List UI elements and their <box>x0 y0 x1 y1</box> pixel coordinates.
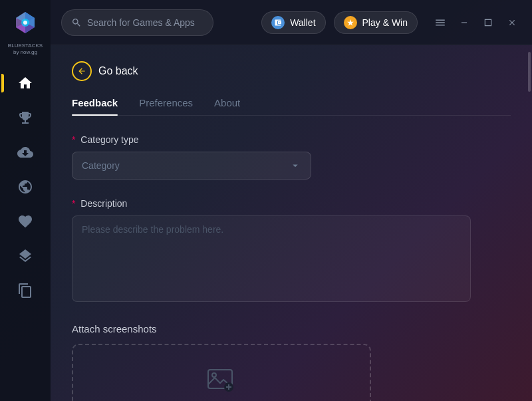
search-icon <box>71 17 82 28</box>
tab-preferences[interactable]: Preferences <box>139 97 193 115</box>
go-back-label: Go back <box>98 65 138 77</box>
tab-feedback[interactable]: Feedback <box>72 97 118 115</box>
category-type-section: * Category type Category <box>72 134 511 180</box>
layers-icon <box>17 248 33 264</box>
trophy-icon <box>17 110 33 126</box>
header: Wallet Play & Win <box>51 0 532 45</box>
maximize-button[interactable] <box>479 13 497 32</box>
attach-area[interactable] <box>72 344 371 401</box>
web3-icon <box>17 179 33 195</box>
wallet-icon <box>271 16 285 29</box>
sidebar-item-multiinstance[interactable] <box>9 275 41 307</box>
sidebar-navigation <box>0 67 51 307</box>
wallet-label: Wallet <box>290 17 315 28</box>
attach-icon <box>207 368 236 392</box>
tab-about[interactable]: About <box>214 97 240 115</box>
category-dropdown[interactable]: Category <box>72 152 311 180</box>
image-add-icon <box>207 368 236 392</box>
play-win-label: Play & Win <box>362 17 408 28</box>
minimize-icon <box>460 18 469 27</box>
sidebar-item-layers[interactable] <box>9 240 41 272</box>
bluestacks-label: BLUESTACKSby now.gg <box>8 43 43 57</box>
sidebar-item-favorites[interactable] <box>9 205 41 237</box>
search-bar[interactable] <box>61 9 213 36</box>
play-win-button[interactable]: Play & Win <box>334 11 418 34</box>
search-input[interactable] <box>87 17 203 28</box>
required-marker: * <box>72 134 75 145</box>
svg-point-8 <box>23 21 27 25</box>
bluestacks-logo-icon <box>11 8 40 37</box>
attach-screenshots-label: Attach screenshots <box>72 323 511 334</box>
main-content: Go back Feedback Preferences About * Cat… <box>51 45 532 401</box>
attach-screenshots-section: Attach screenshots <box>72 323 511 401</box>
sidebar-item-home[interactable] <box>9 67 41 99</box>
scroll-indicator[interactable] <box>527 45 532 401</box>
description-textarea[interactable] <box>72 215 471 302</box>
copy-icon <box>17 283 33 299</box>
svg-point-10 <box>212 373 216 377</box>
sidebar: BLUESTACKSby now.gg <box>0 0 51 401</box>
chevron-down-icon <box>289 160 301 172</box>
cloud-download-icon <box>17 144 33 160</box>
header-controls <box>431 13 521 32</box>
home-icon <box>17 75 33 91</box>
menu-button[interactable] <box>431 13 450 32</box>
scroll-thumb <box>528 52 531 92</box>
close-button[interactable] <box>503 13 521 32</box>
go-back-button[interactable]: Go back <box>72 61 511 81</box>
wallet-button[interactable]: Wallet <box>261 11 325 34</box>
required-marker-2: * <box>72 198 75 209</box>
play-win-icon <box>344 16 357 29</box>
back-circle <box>72 61 92 81</box>
sidebar-item-cloud[interactable] <box>9 136 41 168</box>
logo[interactable] <box>8 5 43 40</box>
maximize-icon <box>483 18 493 27</box>
minimize-button[interactable] <box>455 13 473 32</box>
description-section: * Description <box>72 198 511 305</box>
description-label: * Description <box>72 198 511 209</box>
category-type-label: * Category type <box>72 134 511 145</box>
tabs-bar: Feedback Preferences About <box>72 97 511 116</box>
menu-icon <box>434 17 446 29</box>
close-icon <box>507 18 517 27</box>
sidebar-item-store[interactable] <box>9 102 41 134</box>
back-arrow-icon <box>77 67 86 76</box>
heart-icon <box>17 213 33 229</box>
category-placeholder: Category <box>82 160 120 171</box>
sidebar-item-web3[interactable] <box>9 171 41 203</box>
